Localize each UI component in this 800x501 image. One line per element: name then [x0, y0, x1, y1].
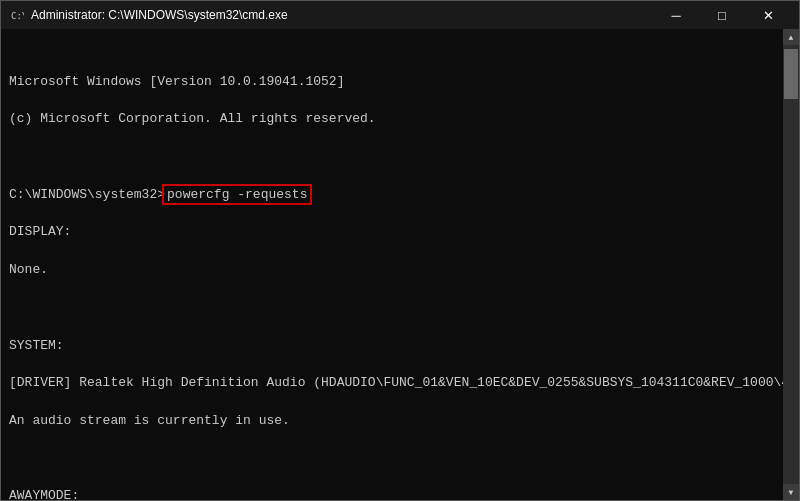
line-10: An audio stream is currently in use. — [9, 412, 775, 431]
title-bar: C:\ Administrator: C:\WINDOWS\system32\c… — [1, 1, 799, 29]
console-output[interactable]: Microsoft Windows [Version 10.0.19041.10… — [1, 29, 783, 500]
line-7 — [9, 299, 775, 318]
line-6: None. — [9, 261, 775, 280]
close-button[interactable]: ✕ — [745, 1, 791, 29]
scroll-up-button[interactable]: ▲ — [783, 29, 799, 45]
line-1: Microsoft Windows [Version 10.0.19041.10… — [9, 73, 775, 92]
line-2: (c) Microsoft Corporation. All rights re… — [9, 110, 775, 129]
line-9: [DRIVER] Realtek High Definition Audio (… — [9, 374, 775, 393]
cmd-icon: C:\ — [9, 7, 25, 23]
scrollbar-thumb[interactable] — [784, 49, 798, 99]
window-title: Administrator: C:\WINDOWS\system32\cmd.e… — [31, 8, 653, 22]
scroll-down-button[interactable]: ▼ — [783, 484, 799, 500]
minimize-button[interactable]: ─ — [653, 1, 699, 29]
line-5: DISPLAY: — [9, 223, 775, 242]
console-wrapper: Microsoft Windows [Version 10.0.19041.10… — [1, 29, 799, 500]
line-3 — [9, 148, 775, 167]
line-8: SYSTEM: — [9, 337, 775, 356]
line-12: AWAYMODE: — [9, 487, 775, 500]
line-11 — [9, 450, 775, 469]
window-controls: ─ □ ✕ — [653, 1, 791, 29]
prompt-1: C:\WINDOWS\system32> — [9, 187, 165, 202]
highlighted-command: powercfg -requests — [165, 187, 309, 202]
svg-text:C:\: C:\ — [11, 11, 24, 21]
line-4: C:\WINDOWS\system32>powercfg -requests — [9, 186, 775, 205]
maximize-button[interactable]: □ — [699, 1, 745, 29]
scrollbar-track[interactable] — [783, 45, 799, 484]
cmd-window: C:\ Administrator: C:\WINDOWS\system32\c… — [0, 0, 800, 501]
scrollbar[interactable]: ▲ ▼ — [783, 29, 799, 500]
